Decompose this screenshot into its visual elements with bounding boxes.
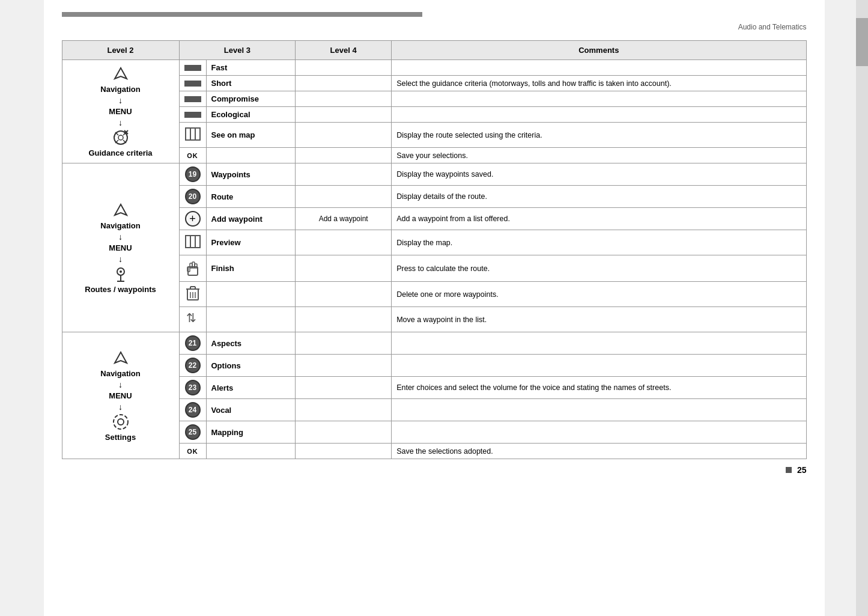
comment-preview: Display the map. (392, 230, 806, 255)
svg-point-16 (120, 270, 122, 273)
col-level2: Level 2 (62, 41, 179, 60)
l4-short (296, 76, 392, 91)
table-row: Navigation ↓ MENU ↓ Settings 21 (62, 332, 806, 355)
circle-25-icon: 25 (185, 424, 201, 440)
l3-icon-cell (179, 91, 206, 107)
l3-text-move (206, 307, 296, 332)
svg-point-35 (118, 419, 124, 425)
l3-icon-cell: OK (179, 444, 206, 459)
l3-icon-cell: 21 (179, 332, 206, 355)
comment-ecological (392, 107, 806, 123)
menu-label3: MENU (109, 391, 132, 400)
l3-icon-cell (179, 255, 206, 282)
comment-ok1: Save your selections. (392, 148, 806, 163)
l3-text-ecological: Ecological (206, 107, 296, 123)
svg-text:⇅: ⇅ (186, 311, 196, 325)
circle-21-icon: 21 (185, 335, 201, 351)
comment-options (392, 355, 806, 377)
l3-text-delete (206, 282, 296, 307)
table-row: Navigation ↓ MENU ↓ (62, 60, 806, 76)
col-level4: Level 4 (296, 41, 392, 60)
l4-ecological (296, 107, 392, 123)
l3-text-compromise: Compromise (206, 91, 296, 107)
arrow6: ↓ (118, 403, 123, 411)
routes-label: Routes / waypoints (85, 285, 156, 294)
comment-vocal (392, 399, 806, 421)
l4-preview (296, 230, 392, 255)
hand-icon (184, 258, 201, 276)
l4-waypoints (296, 163, 392, 186)
nav-icon2 (112, 202, 129, 219)
col-comments: Comments (392, 41, 806, 60)
l4-ok2 (296, 444, 392, 459)
col-level3: Level 3 (179, 41, 296, 60)
circle-24-icon: 24 (185, 402, 201, 418)
l3-text-vocal: Vocal (206, 399, 296, 421)
nav-icon (112, 66, 129, 82)
arrow2: ↓ (118, 118, 123, 127)
gear-icon (112, 413, 129, 430)
l3-icon-cell (179, 76, 206, 91)
l4-route (296, 186, 392, 208)
top-bar (62, 12, 422, 17)
comment-move: Move a waypoint in the list. (392, 307, 806, 332)
circle-23-icon: 23 (185, 380, 201, 395)
level2-routes-content: Navigation ↓ MENU ↓ Routes / waypoints (67, 202, 174, 294)
menu-label2: MENU (109, 243, 132, 252)
comment-delete: Delete one or more waypoints. (392, 282, 806, 307)
comment-seeonmap: Display the route selected using the cri… (392, 123, 806, 148)
circle-19-icon: 19 (185, 166, 201, 182)
scrollbar-thumb[interactable] (856, 18, 868, 66)
comment-mapping (392, 421, 806, 444)
comment-compromise (392, 91, 806, 107)
footer-square-icon (786, 467, 792, 473)
level2-settings: Navigation ↓ MENU ↓ Settings (62, 332, 179, 459)
comment-short: Select the guidance criteria (motorways,… (392, 76, 806, 91)
l3-text-route: Route (206, 186, 296, 208)
arrow1: ↓ (118, 96, 123, 105)
nav-label3: Navigation (100, 369, 140, 378)
l3-icon-cell (179, 107, 206, 123)
ok-icon: OK (187, 152, 198, 159)
level2-routes: Navigation ↓ MENU ↓ Routes / waypoints (62, 163, 179, 332)
l4-delete (296, 282, 392, 307)
l3-text-ok2 (206, 444, 296, 459)
l4-aspects (296, 332, 392, 355)
comment-aspects (392, 332, 806, 355)
scrollbar[interactable] (856, 0, 868, 616)
l3-text-waypoints: Waypoints (206, 163, 296, 186)
l3-icon-cell: 19 (179, 163, 206, 186)
arrow4: ↓ (118, 255, 123, 263)
level2-content: Navigation ↓ MENU ↓ (67, 66, 174, 157)
pin-icon (112, 266, 129, 282)
l4-fast (296, 60, 392, 76)
comment-waypoints: Display the waypoints saved. (392, 163, 806, 186)
svg-marker-12 (115, 204, 127, 215)
l3-icon-cell (179, 282, 206, 307)
l3-icon-cell: + (179, 208, 206, 230)
l3-icon-cell (179, 230, 206, 255)
nav-label2: Navigation (100, 221, 140, 230)
l3-icon-cell: 20 (179, 186, 206, 208)
l4-options (296, 355, 392, 377)
comment-ok2: Save the selections adopted. (392, 444, 806, 459)
l3-text-preview: Preview (206, 230, 296, 255)
flat-line-icon (184, 81, 201, 87)
l3-text-finish: Finish (206, 255, 296, 282)
l3-icon-cell (179, 60, 206, 76)
l3-icon-cell: ⇅ (179, 307, 206, 332)
svg-marker-34 (115, 352, 127, 363)
table-row: Navigation ↓ MENU ↓ Routes / waypoints (62, 163, 806, 186)
circle-22-icon: 22 (185, 358, 201, 373)
l3-text-alerts: Alerts (206, 377, 296, 399)
svg-point-36 (114, 415, 128, 429)
svg-marker-0 (115, 68, 127, 79)
l4-compromise (296, 91, 392, 107)
ok-icon2: OK (187, 448, 198, 455)
circle-20-icon: 20 (185, 189, 201, 204)
circle-plus-icon: + (185, 211, 201, 227)
page-container: Audio and Telematics Level 2 Level 3 Lev… (44, 0, 825, 616)
comment-alerts: Enter choices and select the volume for … (392, 377, 806, 399)
flat-line-icon (184, 112, 201, 118)
nav-icon3 (112, 350, 129, 367)
